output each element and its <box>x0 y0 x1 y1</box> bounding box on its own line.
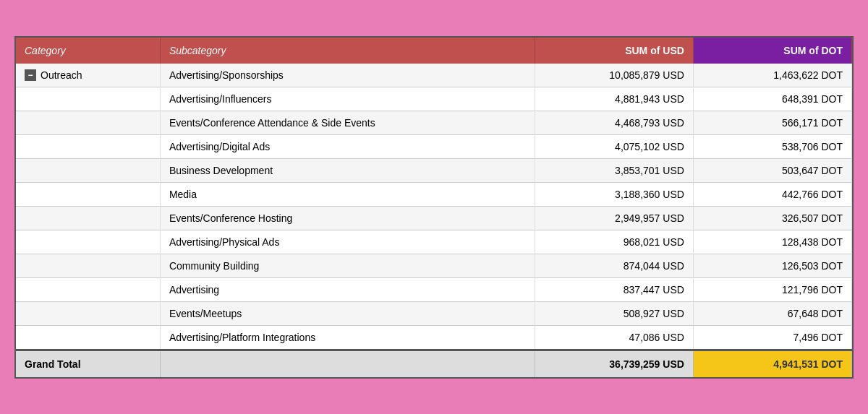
category-cell <box>16 182 160 206</box>
table-row: Events/Meetups508,927 USD67,648 DOT <box>16 301 852 325</box>
dot-cell: 126,503 DOT <box>693 254 851 277</box>
table-row: Advertising/Influencers4,881,943 USD648,… <box>16 87 852 111</box>
usd-cell: 968,021 USD <box>535 230 693 254</box>
subcategory-cell: Community Building <box>160 254 535 277</box>
dot-cell: 566,171 DOT <box>693 111 851 134</box>
usd-cell: 3,188,360 USD <box>535 182 693 206</box>
subcategory-cell: Events/Conference Hosting <box>160 206 535 230</box>
pivot-table: Category Subcategory SUM of USD SUM of D… <box>14 36 854 379</box>
category-cell <box>16 87 160 111</box>
dot-cell: 128,438 DOT <box>693 230 851 254</box>
category-cell <box>16 158 160 182</box>
grand-total-empty <box>160 350 535 377</box>
category-cell <box>16 206 160 230</box>
collapse-button[interactable]: − <box>25 69 36 81</box>
dot-cell: 503,647 DOT <box>693 158 851 182</box>
usd-cell: 47,086 USD <box>535 325 693 350</box>
usd-cell: 4,881,943 USD <box>535 87 693 111</box>
grand-total-usd: 36,739,259 USD <box>535 350 693 377</box>
dot-cell: 1,463,622 DOT <box>693 64 851 87</box>
category-cell <box>16 230 160 254</box>
table-row: Advertising/Digital Ads4,075,102 USD538,… <box>16 134 852 158</box>
grand-total-row: Grand Total 36,739,259 USD 4,941,531 DOT <box>16 350 852 377</box>
grand-total-label: Grand Total <box>16 350 160 377</box>
subcategory-cell: Advertising/Platform Integrations <box>160 325 535 350</box>
category-cell <box>16 277 160 301</box>
usd-cell: 2,949,957 USD <box>535 206 693 230</box>
category-cell <box>16 254 160 277</box>
dot-cell: 67,648 DOT <box>693 301 851 325</box>
header-sum-usd: SUM of USD <box>535 38 693 64</box>
dot-cell: 121,796 DOT <box>693 277 851 301</box>
table-row: Community Building874,044 USD126,503 DOT <box>16 254 852 277</box>
table-row: Advertising/Physical Ads968,021 USD128,4… <box>16 230 852 254</box>
table-row: Events/Conference Attendance & Side Even… <box>16 111 852 134</box>
header-sum-dot: SUM of DOT <box>693 38 851 64</box>
category-label: Outreach <box>41 69 82 81</box>
usd-cell: 837,447 USD <box>535 277 693 301</box>
usd-cell: 10,085,879 USD <box>535 64 693 87</box>
subcategory-cell: Events/Conference Attendance & Side Even… <box>160 111 535 134</box>
subcategory-cell: Advertising <box>160 277 535 301</box>
subcategory-cell: Advertising/Influencers <box>160 87 535 111</box>
header-category: Category <box>16 38 160 64</box>
subcategory-cell: Business Development <box>160 158 535 182</box>
table-row: Advertising/Platform Integrations47,086 … <box>16 325 852 350</box>
subcategory-cell: Advertising/Digital Ads <box>160 134 535 158</box>
table-row: Events/Conference Hosting2,949,957 USD32… <box>16 206 852 230</box>
category-cell <box>16 134 160 158</box>
dot-cell: 326,507 DOT <box>693 206 851 230</box>
usd-cell: 4,075,102 USD <box>535 134 693 158</box>
usd-cell: 3,853,701 USD <box>535 158 693 182</box>
table-row: Business Development3,853,701 USD503,647… <box>16 158 852 182</box>
category-cell <box>16 111 160 134</box>
header-subcategory: Subcategory <box>160 38 535 64</box>
dot-cell: 7,496 DOT <box>693 325 851 350</box>
category-cell: −Outreach <box>16 64 160 87</box>
dot-cell: 648,391 DOT <box>693 87 851 111</box>
subcategory-cell: Events/Meetups <box>160 301 535 325</box>
grand-total-dot: 4,941,531 DOT <box>693 350 851 377</box>
table-row: −OutreachAdvertising/Sponsorships10,085,… <box>16 64 852 87</box>
subcategory-cell: Advertising/Physical Ads <box>160 230 535 254</box>
dot-cell: 442,766 DOT <box>693 182 851 206</box>
usd-cell: 4,468,793 USD <box>535 111 693 134</box>
usd-cell: 874,044 USD <box>535 254 693 277</box>
subcategory-cell: Advertising/Sponsorships <box>160 64 535 87</box>
table-row: Advertising837,447 USD121,796 DOT <box>16 277 852 301</box>
dot-cell: 538,706 DOT <box>693 134 851 158</box>
category-cell <box>16 301 160 325</box>
category-cell <box>16 325 160 350</box>
table-row: Media3,188,360 USD442,766 DOT <box>16 182 852 206</box>
subcategory-cell: Media <box>160 182 535 206</box>
usd-cell: 508,927 USD <box>535 301 693 325</box>
